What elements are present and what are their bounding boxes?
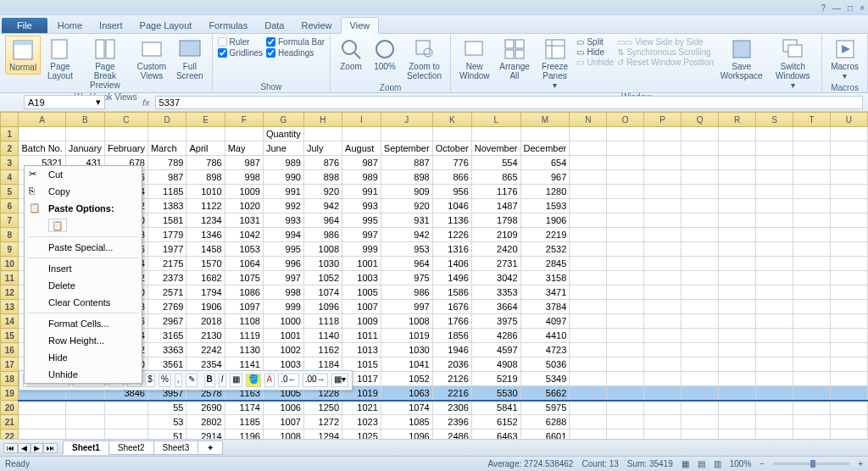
cell[interactable]: 2036 bbox=[432, 357, 471, 372]
cell[interactable]: 865 bbox=[471, 170, 520, 185]
col-header[interactable]: K bbox=[432, 113, 471, 127]
cell[interactable] bbox=[570, 185, 607, 199]
tab-data[interactable]: Data bbox=[256, 18, 292, 33]
cell[interactable] bbox=[719, 242, 756, 257]
context-item[interactable]: Format Cells... bbox=[25, 315, 142, 332]
cell[interactable] bbox=[644, 257, 682, 271]
tab-pagelayout[interactable]: Page Layout bbox=[131, 18, 201, 33]
cell[interactable]: 987 bbox=[147, 170, 186, 185]
cell[interactable]: 6152 bbox=[471, 415, 520, 429]
cell[interactable]: 3158 bbox=[520, 271, 570, 285]
cell[interactable]: 2354 bbox=[186, 357, 225, 372]
mini-comma[interactable]: , bbox=[175, 374, 182, 387]
cell[interactable] bbox=[570, 213, 607, 228]
cell[interactable] bbox=[644, 329, 682, 343]
cell[interactable] bbox=[830, 185, 867, 199]
save-workspace-button[interactable]: SaveWorkspace bbox=[717, 36, 765, 82]
cell[interactable]: 3042 bbox=[471, 271, 520, 285]
cell[interactable] bbox=[607, 329, 644, 343]
cell[interactable] bbox=[719, 170, 756, 185]
cell[interactable]: 1046 bbox=[432, 199, 471, 213]
cell[interactable]: 2690 bbox=[186, 401, 225, 415]
cell[interactable]: 2845 bbox=[520, 257, 570, 271]
cell[interactable] bbox=[607, 141, 644, 156]
select-all-cell[interactable] bbox=[1, 113, 19, 127]
cell[interactable]: June bbox=[263, 141, 303, 156]
cell[interactable]: 1005 bbox=[342, 285, 381, 300]
cell[interactable] bbox=[644, 185, 682, 199]
formula-bar[interactable]: 5337 bbox=[155, 96, 863, 109]
cell[interactable]: 1052 bbox=[381, 372, 432, 386]
cell[interactable] bbox=[719, 199, 756, 213]
cell[interactable] bbox=[644, 415, 682, 429]
cell[interactable] bbox=[756, 213, 793, 228]
cell[interactable]: 2216 bbox=[432, 386, 471, 401]
cell[interactable]: 1118 bbox=[303, 314, 342, 329]
cell[interactable] bbox=[682, 285, 719, 300]
col-header[interactable]: B bbox=[65, 113, 104, 127]
cell[interactable]: 1383 bbox=[147, 199, 186, 213]
cell[interactable]: 1086 bbox=[225, 285, 263, 300]
name-box[interactable]: A19▾ bbox=[24, 95, 105, 109]
cell[interactable] bbox=[756, 415, 793, 429]
zoom-out-button[interactable]: − bbox=[760, 459, 765, 468]
macros-button[interactable]: Macros▾ bbox=[827, 36, 862, 82]
cell[interactable]: Quantity bbox=[263, 127, 303, 141]
cell[interactable] bbox=[682, 271, 719, 285]
mini-bold[interactable]: B bbox=[204, 374, 215, 387]
cell[interactable]: 1063 bbox=[381, 386, 432, 401]
cell[interactable] bbox=[682, 401, 719, 415]
cell[interactable] bbox=[682, 199, 719, 213]
cell[interactable]: 5975 bbox=[520, 401, 570, 415]
cell[interactable]: 1006 bbox=[263, 401, 303, 415]
cell[interactable]: Batch No. bbox=[19, 141, 65, 156]
cell[interactable] bbox=[644, 127, 682, 141]
cell[interactable] bbox=[570, 415, 607, 429]
row-header[interactable]: 3 bbox=[1, 156, 19, 170]
tab-file[interactable]: File bbox=[2, 18, 47, 33]
cell[interactable]: November bbox=[471, 141, 520, 156]
context-item[interactable]: ✂Cut bbox=[25, 166, 142, 183]
cell[interactable] bbox=[793, 127, 831, 141]
sheet-nav-next[interactable]: ▶ bbox=[31, 443, 43, 453]
context-item[interactable]: Hide bbox=[25, 349, 142, 366]
cell[interactable]: 1097 bbox=[225, 300, 263, 314]
cell[interactable] bbox=[644, 228, 682, 242]
tab-view[interactable]: View bbox=[341, 17, 380, 34]
context-item[interactable]: Insert bbox=[25, 260, 142, 277]
col-header[interactable]: S bbox=[756, 113, 793, 127]
full-screen-button[interactable]: FullScreen bbox=[173, 36, 206, 82]
cell[interactable] bbox=[830, 271, 867, 285]
cell[interactable]: 1010 bbox=[186, 185, 225, 199]
cell[interactable]: 993 bbox=[263, 213, 303, 228]
cell[interactable]: 1052 bbox=[303, 271, 342, 285]
cell[interactable] bbox=[793, 314, 831, 329]
cell[interactable]: 992 bbox=[263, 199, 303, 213]
cell[interactable] bbox=[719, 415, 756, 429]
row-header[interactable]: 2 bbox=[1, 141, 19, 156]
cell[interactable]: 4597 bbox=[471, 343, 520, 357]
cell[interactable] bbox=[303, 127, 342, 141]
cell[interactable]: 1007 bbox=[263, 415, 303, 429]
cell[interactable]: 1009 bbox=[342, 314, 381, 329]
cell[interactable]: 1021 bbox=[342, 401, 381, 415]
mini-percent[interactable]: % bbox=[159, 374, 171, 387]
col-header[interactable]: H bbox=[303, 113, 342, 127]
cell[interactable]: 3165 bbox=[147, 329, 186, 343]
cell[interactable]: 2802 bbox=[186, 415, 225, 429]
cell[interactable] bbox=[225, 127, 263, 141]
cell[interactable]: 6288 bbox=[520, 415, 570, 429]
cell[interactable]: 1041 bbox=[381, 357, 432, 372]
cell[interactable] bbox=[65, 127, 104, 141]
cell[interactable] bbox=[607, 213, 644, 228]
cell[interactable]: 909 bbox=[381, 185, 432, 199]
row-header[interactable]: 8 bbox=[1, 228, 19, 242]
zoom-button[interactable]: Zoom bbox=[336, 36, 366, 73]
cell[interactable]: 1346 bbox=[186, 228, 225, 242]
cell[interactable]: January bbox=[65, 141, 104, 156]
cell[interactable] bbox=[793, 386, 831, 401]
cell[interactable] bbox=[570, 343, 607, 357]
cell[interactable]: 2130 bbox=[186, 329, 225, 343]
col-header[interactable]: T bbox=[793, 113, 831, 127]
row-header[interactable]: 14 bbox=[1, 314, 19, 329]
